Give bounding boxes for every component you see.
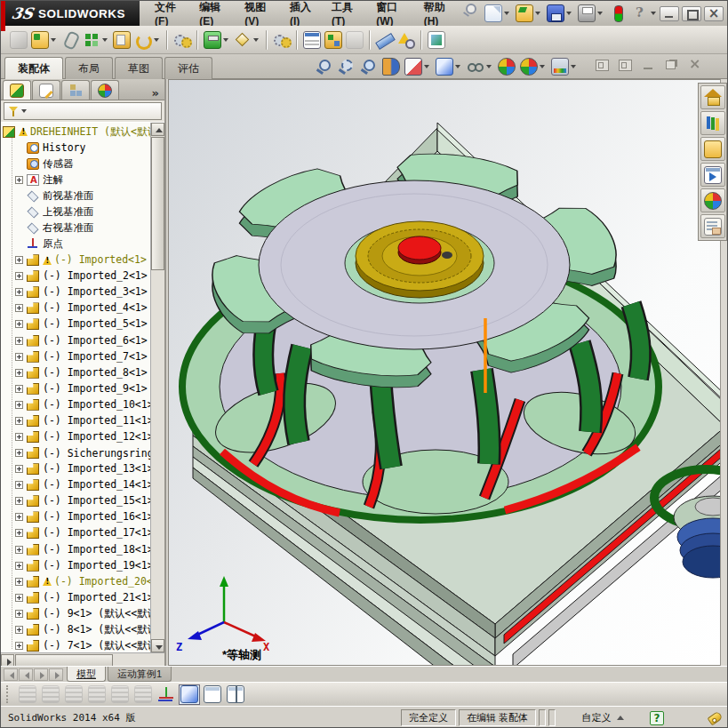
- prev-tab-button[interactable]: [19, 668, 33, 681]
- tree-item[interactable]: (-) Imported_11<1> (默: [1, 412, 150, 428]
- shaded-view-button[interactable]: [179, 684, 200, 705]
- expand-plus-icon[interactable]: [15, 337, 23, 345]
- dropdown-caret-icon[interactable]: [253, 38, 259, 42]
- smart-fasteners-button[interactable]: [111, 29, 132, 51]
- tree-item[interactable]: (-) Imported_10<1> (默: [1, 396, 150, 412]
- tree-item[interactable]: (-) Imported_21<1> (默: [1, 589, 150, 605]
- tab-configurationmanager[interactable]: [61, 80, 90, 100]
- expand-plus-icon[interactable]: [15, 272, 23, 280]
- expand-plus-icon[interactable]: [15, 304, 23, 312]
- mate-button[interactable]: [60, 29, 81, 51]
- toolbar-grip[interactable]: [6, 685, 10, 703]
- doc-close-icon[interactable]: [686, 58, 704, 72]
- status-help-icon[interactable]: [650, 711, 664, 725]
- tree-item[interactable]: (-) Imported_16<1> (默: [1, 509, 150, 525]
- study-tab[interactable]: 模型: [67, 667, 106, 682]
- next-tab-button[interactable]: [34, 668, 48, 681]
- component-pattern-button[interactable]: [81, 29, 111, 51]
- move-component-button[interactable]: [132, 29, 163, 51]
- expand-plus-icon[interactable]: [15, 369, 23, 377]
- close-button[interactable]: [704, 6, 724, 21]
- search-icon[interactable]: [461, 1, 479, 19]
- tab-propertymanager[interactable]: [32, 80, 60, 100]
- view-settings-button[interactable]: [518, 56, 548, 77]
- tree-item[interactable]: (-) Imported_17<1> (默: [1, 525, 150, 541]
- commandmanager-tab[interactable]: 布局: [65, 57, 113, 79]
- scroll-thumb[interactable]: [151, 137, 164, 270]
- tree-item[interactable]: (-) Imported_4<1> (默认: [1, 300, 150, 316]
- dropdown-caret-icon[interactable]: [571, 65, 576, 68]
- tab-displaymanager[interactable]: [91, 80, 119, 100]
- tree-item[interactable]: (-) Imported_2<1> (默认: [1, 268, 150, 284]
- expand-plus-icon[interactable]: [15, 497, 23, 505]
- dropdown-caret-icon[interactable]: [154, 38, 159, 42]
- commandmanager-tab[interactable]: 评估: [164, 57, 212, 79]
- dropdown-caret-icon[interactable]: [455, 65, 460, 68]
- scroll-down-button[interactable]: [151, 639, 164, 652]
- dropdown-caret-icon[interactable]: [102, 38, 108, 42]
- tag-icon[interactable]: [707, 710, 723, 725]
- tree-item[interactable]: (-) Imported_9<1> (默认: [1, 380, 150, 396]
- exploded-view-button[interactable]: [323, 29, 344, 51]
- swap-views-button[interactable]: [132, 684, 154, 705]
- tree-item[interactable]: (-) 8<1> (默认<<默认>_显: [1, 621, 150, 637]
- reference-geometry-button[interactable]: [232, 29, 262, 51]
- dropdown-caret-icon[interactable]: [540, 65, 545, 68]
- tree-item[interactable]: DREHEINHEIT (默认<默认_: [1, 124, 150, 140]
- doc-restore-icon[interactable]: [663, 58, 681, 72]
- expand-plus-icon[interactable]: [15, 256, 23, 264]
- quick-help-button[interactable]: [629, 4, 660, 23]
- save-button[interactable]: [545, 4, 575, 23]
- expand-plus-icon[interactable]: [15, 513, 23, 521]
- expand-plus-icon[interactable]: [15, 353, 23, 361]
- tree-item[interactable]: 传感器: [1, 156, 150, 172]
- zoom-fit-button[interactable]: [314, 56, 335, 77]
- commandmanager-tab[interactable]: 草图: [115, 57, 163, 79]
- expand-plus-icon[interactable]: [15, 320, 23, 328]
- tree-vertical-scrollbar[interactable]: [150, 123, 164, 652]
- assembly-features-button[interactable]: [202, 29, 232, 51]
- tree-item[interactable]: (-) Imported_18<1> (默: [1, 541, 150, 557]
- expand-plus-icon[interactable]: [15, 465, 23, 473]
- tree-item[interactable]: 前视基准面: [1, 188, 150, 204]
- file-explorer-button[interactable]: [700, 137, 725, 161]
- line-format-button[interactable]: [86, 684, 108, 705]
- apply-scene-button[interactable]: [496, 56, 517, 77]
- tree-item[interactable]: (-) Sicherungsring 10<1: [1, 445, 150, 461]
- design-library-button[interactable]: [700, 111, 725, 135]
- edit-component-button[interactable]: [8, 29, 29, 51]
- dropdown-caret-icon[interactable]: [223, 38, 228, 42]
- panel-expand-chevron-icon[interactable]: »: [152, 86, 159, 100]
- doc-minimize-icon[interactable]: [640, 58, 658, 72]
- dropdown-caret-icon[interactable]: [504, 12, 509, 15]
- tree-item[interactable]: 上视基准面: [1, 204, 150, 220]
- bill-of-materials-button[interactable]: [301, 29, 323, 51]
- tree-item[interactable]: (-) Imported_8<1> (默认: [1, 364, 150, 380]
- dropdown-caret-icon[interactable]: [424, 65, 429, 68]
- sketch-ink-button[interactable]: [63, 684, 84, 705]
- expand-plus-icon[interactable]: [15, 642, 23, 650]
- pane-right-icon[interactable]: [617, 58, 635, 72]
- scroll-up-button[interactable]: [151, 123, 164, 136]
- tab-featuremanager[interactable]: [3, 80, 31, 100]
- interference-detection-button[interactable]: [396, 29, 417, 51]
- tree-item[interactable]: 原点: [1, 236, 150, 252]
- single-pane-button[interactable]: [202, 684, 223, 705]
- previous-view-button[interactable]: [358, 56, 380, 77]
- tree-item[interactable]: (-) Imported_13<1> (默: [1, 461, 150, 477]
- dropdown-caret-icon[interactable]: [597, 12, 603, 15]
- last-tab-button[interactable]: [49, 668, 63, 681]
- tree-item[interactable]: (-) Imported_3<1> (默认: [1, 284, 150, 300]
- graphics-viewport[interactable]: X Z *等轴测: [168, 79, 722, 666]
- tree-item[interactable]: (-) Imported_14<1> (默: [1, 477, 150, 493]
- dropdown-caret-icon[interactable]: [651, 12, 656, 15]
- tree-item[interactable]: (-) 9<1> (默认<<默认>_显: [1, 605, 150, 621]
- units-selector[interactable]: 自定义: [558, 709, 647, 726]
- expand-plus-icon[interactable]: [15, 417, 23, 425]
- first-tab-button[interactable]: [4, 668, 18, 681]
- expand-plus-icon[interactable]: [15, 176, 23, 184]
- appearances-button[interactable]: [700, 188, 725, 212]
- split-pane-button[interactable]: [225, 684, 246, 705]
- layer-properties-button[interactable]: [40, 684, 61, 705]
- pane-left-icon[interactable]: [594, 58, 612, 72]
